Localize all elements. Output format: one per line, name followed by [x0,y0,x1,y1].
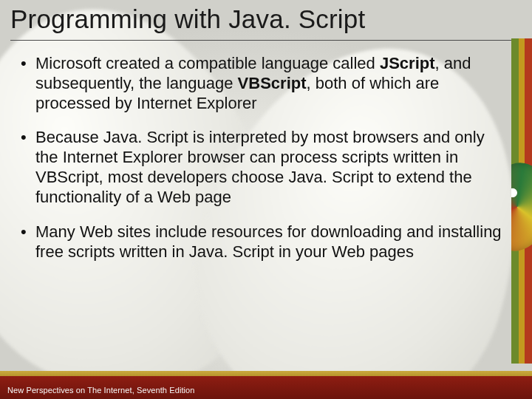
footer-gold-stripe [0,371,532,376]
bold-term: VBScript [238,74,307,92]
bullet-text: Because Java. Script is interpreted by m… [35,128,485,205]
bold-term: JScript [380,54,435,72]
slide-body: Microsoft created a compatible language … [0,54,532,399]
title-underline [10,40,522,41]
slide: Programming with Java. Script Microsoft … [0,0,532,399]
footer-text: New Perspectives on The Internet, Sevent… [7,386,195,395]
strip-ornament [511,158,532,255]
footer-bar: New Perspectives on The Internet, Sevent… [0,371,532,399]
slide-title: Programming with Java. Script [0,0,532,40]
bullet-text: Microsoft created a compatible language … [35,54,380,72]
bullet-text: Many Web sites include resources for dow… [35,222,502,261]
side-decorative-strip [511,38,532,364]
bullet-list: Microsoft created a compatible language … [18,54,510,262]
bullet-item: Many Web sites include resources for dow… [18,222,510,262]
bullet-item: Microsoft created a compatible language … [18,54,510,113]
bullet-item: Because Java. Script is interpreted by m… [18,128,510,207]
